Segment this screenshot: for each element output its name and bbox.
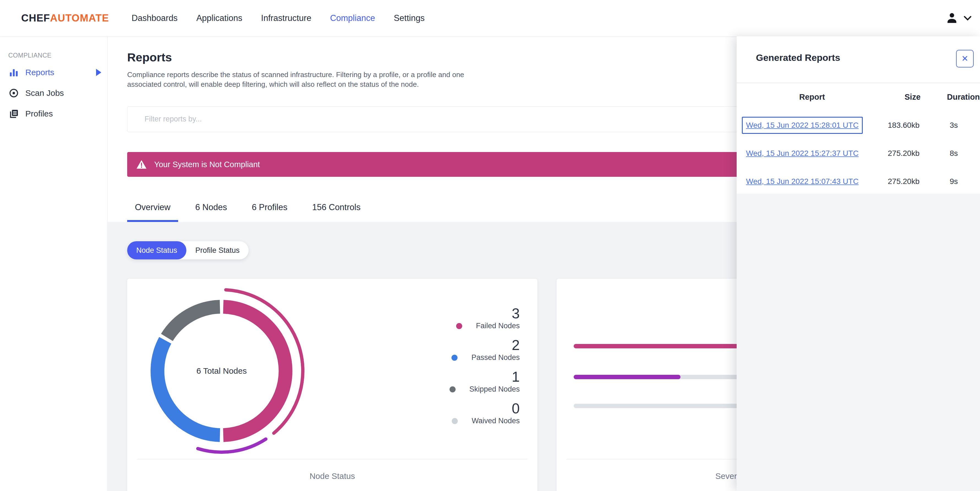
reports-expand-arrow-icon[interactable] (96, 69, 101, 76)
report-link-wrap: Wed, 15 Jun 2022 15:27:37 UTC (742, 145, 863, 162)
logo-automate: AUTOMATE (50, 13, 109, 24)
node-status-caption: Node Status (127, 472, 537, 481)
filter-reports-input[interactable] (127, 107, 814, 131)
report-link[interactable]: Wed, 15 Jun 2022 15:28:01 UTC (746, 121, 859, 129)
legend-passed-nodes: 2 Passed Nodes (452, 337, 520, 362)
tab-profiles[interactable]: 6 Profiles (244, 193, 295, 222)
skipped-dot-icon (450, 386, 456, 392)
legend-label: Skipped Nodes (469, 385, 520, 394)
node-status-legend: 3 Failed Nodes 2 Passed Nodes 1 (450, 306, 520, 432)
passed-dot-icon (452, 355, 458, 361)
chef-automate-logo[interactable]: CHEFAUTOMATE (21, 13, 109, 24)
toggle-profile-status[interactable]: Profile Status (186, 241, 249, 260)
tab-overview[interactable]: Overview (127, 193, 178, 222)
bar-chart-icon (8, 67, 19, 78)
report-link-wrap: Wed, 15 Jun 2022 15:07:43 UTC (742, 173, 863, 190)
legend-waived-nodes: 0 Waived Nodes (452, 401, 520, 425)
legend-value: 1 (512, 369, 520, 384)
tab-nodes[interactable]: 6 Nodes (188, 193, 235, 222)
generated-reports-panel: Generated Reports ✕ Report Size Duration… (737, 37, 980, 491)
report-duration: 3s (947, 121, 975, 130)
report-link[interactable]: Wed, 15 Jun 2022 15:27:37 UTC (746, 149, 859, 158)
report-size: 183.60kb (878, 121, 947, 130)
donut-segment-skipped[interactable] (167, 307, 220, 337)
nav-infrastructure[interactable]: Infrastructure (261, 13, 311, 23)
toggle-node-status[interactable]: Node Status (127, 241, 186, 260)
report-tabs: Overview 6 Nodes 6 Profiles 156 Controls (127, 193, 368, 222)
legend-label: Passed Nodes (471, 353, 520, 362)
column-report: Report (746, 92, 878, 102)
logo-chef: CHEF (21, 13, 50, 24)
column-duration: Duration (947, 92, 980, 102)
profiles-document-icon (8, 108, 19, 119)
close-panel-button[interactable]: ✕ (956, 50, 974, 67)
top-navigation: CHEFAUTOMATE Dashboards Applications Inf… (0, 0, 980, 37)
table-row: Wed, 15 Jun 2022 15:27:37 UTC 275.20kb 8… (746, 139, 975, 167)
report-duration: 9s (947, 177, 975, 186)
status-toggle: Node Status Profile Status (127, 241, 248, 260)
user-menu[interactable] (945, 0, 972, 37)
report-size: 275.20kb (878, 149, 947, 158)
report-link[interactable]: Wed, 15 Jun 2022 15:07:43 UTC (746, 177, 859, 186)
legend-value: 0 (512, 401, 520, 416)
user-avatar-icon[interactable] (945, 11, 959, 26)
legend-label: Failed Nodes (476, 322, 520, 330)
tab-controls[interactable]: 156 Controls (304, 193, 368, 222)
panel-title: Generated Reports (756, 52, 840, 63)
compliance-sidebar: COMPLIANCE Reports Scan Jobs (0, 37, 108, 491)
sidebar-item-label: Profiles (25, 109, 53, 118)
alert-message: Your System is Not Compliant (154, 160, 260, 169)
sidebar-item-label: Reports (25, 68, 54, 77)
legend-value: 2 (512, 337, 520, 353)
legend-failed-nodes: 3 Failed Nodes (456, 306, 520, 330)
warning-triangle-icon (136, 159, 147, 169)
donut-segment-passed[interactable] (158, 340, 220, 435)
page-description: Compliance reports describe the status o… (127, 70, 471, 89)
compliance-alert-banner: Your System is Not Compliant (127, 152, 832, 177)
waived-dot-icon (452, 418, 458, 424)
scanner-icon (8, 88, 19, 99)
table-row: Wed, 15 Jun 2022 15:07:43 UTC 275.20kb 9… (746, 167, 975, 196)
report-duration: 8s (947, 149, 975, 158)
nav-applications[interactable]: Applications (196, 13, 242, 23)
card-divider (137, 459, 527, 459)
sidebar-item-reports[interactable]: Reports (0, 62, 107, 83)
chevron-down-icon[interactable] (964, 16, 972, 21)
nav-compliance[interactable]: Compliance (330, 13, 375, 23)
failed-dot-icon (456, 323, 462, 329)
sidebar-section-label: COMPLIANCE (8, 52, 107, 59)
close-icon: ✕ (961, 54, 968, 63)
sidebar-item-label: Scan Jobs (25, 88, 64, 98)
legend-label: Waived Nodes (472, 417, 520, 425)
legend-value: 3 (512, 306, 520, 321)
sidebar-item-scan-jobs[interactable]: Scan Jobs (0, 83, 107, 103)
page-title: Reports (127, 51, 172, 64)
table-row: Wed, 15 Jun 2022 15:28:01 UTC 183.60kb 3… (746, 111, 975, 139)
nav-dashboards[interactable]: Dashboards (132, 13, 178, 23)
reports-table-body: Wed, 15 Jun 2022 15:28:01 UTC 183.60kb 3… (746, 111, 975, 196)
sidebar-item-profiles[interactable]: Profiles (0, 103, 107, 124)
reports-table-header: Report Size Duration (746, 89, 975, 105)
node-status-card: 6 Total Nodes 3 Failed Nodes 2 Passed No… (127, 279, 537, 491)
report-link-focus-ring: Wed, 15 Jun 2022 15:28:01 UTC (742, 117, 863, 134)
legend-skipped-nodes: 1 Skipped Nodes (450, 369, 520, 394)
severity-bar-major[interactable] (574, 375, 681, 379)
column-size: Size (878, 92, 947, 102)
donut-total-label: 6 Total Nodes (180, 366, 263, 376)
panel-divider (737, 83, 980, 83)
filter-bar (127, 106, 832, 132)
app-window: CHEFAUTOMATE Dashboards Applications Inf… (0, 0, 980, 491)
report-size: 275.20kb (878, 177, 947, 186)
nav-items: Dashboards Applications Infrastructure C… (132, 13, 425, 23)
nav-settings[interactable]: Settings (394, 13, 425, 23)
